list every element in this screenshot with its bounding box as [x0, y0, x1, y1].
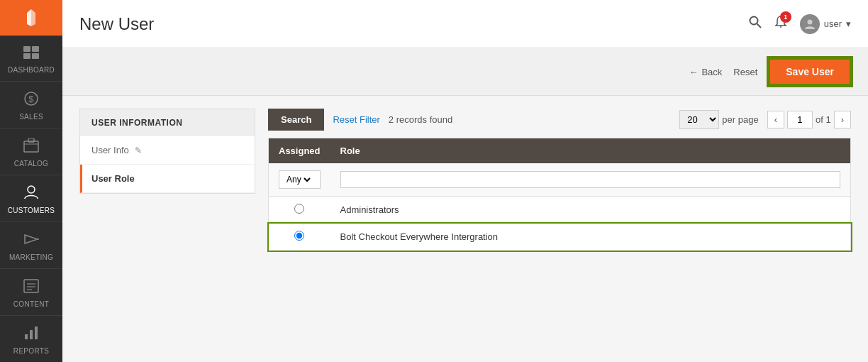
notification-badge: 1: [780, 11, 791, 23]
svg-rect-18: [25, 334, 28, 339]
col-header-assigned: Assigned: [269, 138, 330, 164]
svg-rect-19: [30, 330, 33, 339]
page-total: of 1: [816, 114, 831, 125]
svg-text:$: $: [28, 94, 34, 104]
save-label: Save User: [786, 66, 834, 77]
left-panel-item-user-role[interactable]: User Role: [80, 165, 255, 193]
next-page-button[interactable]: ›: [834, 111, 851, 128]
per-page-label: per page: [722, 114, 758, 125]
col-header-role: Role: [330, 138, 851, 164]
svg-line-22: [757, 24, 761, 28]
search-icon: [749, 16, 762, 28]
content-area: ← Back Reset Save User USER INFORMATION …: [62, 48, 868, 362]
notifications-button[interactable]: 1: [774, 16, 787, 32]
svg-rect-20: [35, 327, 38, 339]
user-name: user: [824, 18, 842, 29]
edit-icon: ✎: [135, 146, 142, 155]
back-label: Back: [701, 67, 722, 77]
svg-rect-10: [28, 138, 34, 142]
sidebar-item-catalog[interactable]: CATALOG: [0, 128, 62, 175]
sidebar-item-marketing-label: MARKETING: [9, 253, 53, 261]
assigned-filter[interactable]: Any Yes No: [279, 170, 321, 189]
records-found: 2 records found: [389, 114, 452, 125]
sidebar-item-reports[interactable]: REPORTS: [0, 315, 62, 362]
svg-rect-4: [32, 46, 39, 52]
search-button-label: Search: [281, 114, 311, 125]
topbar: New User 1 user ▾: [62, 0, 868, 48]
magento-logo-icon: [17, 4, 45, 32]
left-panel-item-user-info[interactable]: User Info ✎: [80, 136, 255, 165]
per-page-selector: 20 50 100 per page: [679, 110, 758, 129]
catalog-icon: [23, 138, 39, 156]
page-title: New User: [79, 14, 749, 34]
row-2-role: Bolt Checkout Everywhere Intergration: [330, 224, 851, 251]
svg-point-21: [750, 17, 757, 25]
table-row-selected: Bolt Checkout Everywhere Intergration: [269, 224, 851, 251]
back-arrow-icon: ←: [689, 67, 698, 77]
logo[interactable]: [0, 0, 62, 35]
sidebar-item-reports-label: REPORTS: [13, 347, 49, 355]
left-panel-header: USER INFORMATION: [80, 109, 255, 136]
search-button[interactable]: [749, 16, 762, 32]
svg-point-24: [807, 19, 812, 24]
svg-point-11: [28, 186, 35, 193]
sidebar-item-sales[interactable]: $ SALES: [0, 81, 62, 128]
assigned-filter-select[interactable]: Any Yes No: [284, 174, 313, 185]
sales-icon: $: [24, 92, 38, 109]
dashboard-icon: [23, 46, 39, 62]
body-layout: USER INFORMATION User Info ✎ User Role S…: [62, 96, 868, 263]
reports-icon: [23, 326, 39, 344]
svg-marker-12: [25, 235, 38, 243]
action-bar: ← Back Reset Save User: [62, 48, 868, 96]
svg-rect-9: [24, 141, 38, 152]
row-2-radio[interactable]: [294, 231, 304, 241]
pagination: ‹ of 1 ›: [767, 111, 851, 128]
prev-page-button[interactable]: ‹: [767, 111, 784, 128]
right-panel: Search Reset Filter 2 records found 20 5…: [268, 109, 851, 251]
sidebar: DASHBOARD $ SALES CATALOG CUSTOMERS MARK…: [0, 0, 62, 362]
svg-rect-5: [23, 53, 30, 59]
user-icon: [804, 18, 816, 30]
per-page-select-input[interactable]: 20 50 100: [679, 110, 719, 129]
reset-button[interactable]: Reset: [733, 67, 757, 77]
sidebar-item-marketing[interactable]: MARKETING: [0, 221, 62, 268]
avatar: [800, 14, 820, 34]
save-user-button[interactable]: Save User: [769, 58, 851, 85]
search-toolbar: Search Reset Filter 2 records found 20 5…: [268, 109, 851, 138]
page-input[interactable]: [787, 111, 813, 128]
svg-rect-3: [23, 46, 30, 52]
content-icon: [23, 279, 39, 297]
main-content: New User 1 user ▾ ← Back: [62, 0, 868, 362]
reset-filter-label: Reset Filter: [333, 114, 379, 125]
svg-rect-14: [24, 280, 38, 292]
customers-icon: [23, 185, 39, 203]
sidebar-item-sales-label: SALES: [19, 113, 43, 121]
filter-row: Any Yes No: [269, 163, 851, 197]
marketing-icon: [23, 232, 39, 250]
left-panel: USER INFORMATION User Info ✎ User Role: [79, 109, 255, 194]
reset-filter-button[interactable]: Reset Filter: [333, 114, 379, 125]
topbar-actions: 1 user ▾: [749, 14, 851, 34]
user-role-label: User Role: [91, 173, 135, 184]
sidebar-item-customers-label: CUSTOMERS: [8, 207, 55, 214]
role-filter-input[interactable]: [340, 171, 840, 188]
user-dropdown-icon: ▾: [846, 18, 851, 29]
data-table: Assigned Role Any: [268, 138, 851, 251]
row-1-radio[interactable]: [294, 204, 304, 214]
sidebar-item-content-label: CONTENT: [13, 300, 49, 308]
sidebar-item-catalog-label: CATALOG: [14, 160, 48, 168]
sidebar-item-dashboard-label: DASHBOARD: [8, 66, 55, 74]
svg-rect-6: [32, 53, 39, 59]
sidebar-item-dashboard[interactable]: DASHBOARD: [0, 35, 62, 81]
table-row: Administrators: [269, 197, 851, 224]
reset-label: Reset: [733, 67, 757, 77]
back-button[interactable]: ← Back: [689, 67, 722, 77]
user-menu[interactable]: user ▾: [800, 14, 851, 34]
sidebar-item-content[interactable]: CONTENT: [0, 268, 62, 315]
search-button-grid[interactable]: Search: [268, 109, 324, 131]
row-1-role: Administrators: [330, 197, 851, 224]
sidebar-item-customers[interactable]: CUSTOMERS: [0, 175, 62, 221]
user-info-label: User Info: [91, 145, 129, 155]
